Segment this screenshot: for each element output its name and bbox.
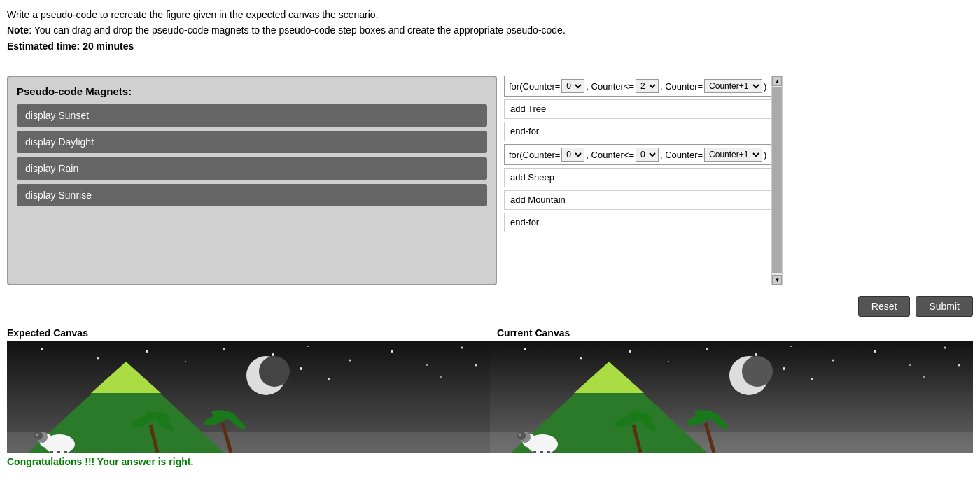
current-canvas-svg	[490, 341, 973, 453]
submit-button[interactable]: Submit	[916, 296, 973, 317]
svg-point-14	[440, 376, 442, 378]
buttons-row: Reset Submit	[7, 296, 973, 317]
magnet-rain[interactable]: display Rain	[17, 157, 487, 180]
for-lte-1: , Counter<=	[586, 81, 634, 92]
canvas-section: Expected Canvas Current Canvas	[7, 327, 973, 467]
svg-point-7	[307, 346, 309, 347]
svg-point-18	[259, 356, 290, 387]
svg-point-4	[185, 361, 186, 362]
code-end-for-2: end-for	[504, 213, 771, 232]
scrollbar-down[interactable]: ▼	[772, 275, 782, 285]
magnet-daylight[interactable]: display Daylight	[17, 131, 487, 153]
svg-point-54	[923, 376, 925, 378]
instruction-line2: Note: You can drag and drop the pseudo-c…	[7, 22, 973, 38]
svg-point-46	[755, 353, 757, 356]
for-loop-2: for(Counter= 0123 , Counter<= 0123 , Cou…	[504, 144, 771, 165]
svg-rect-70	[547, 451, 550, 453]
svg-rect-29	[57, 451, 60, 453]
svg-point-1	[41, 348, 43, 350]
magnets-title: Pseudo-code Magnets:	[17, 85, 487, 97]
magnet-sunrise[interactable]: display Sunrise	[17, 184, 487, 206]
current-canvas-label: Current Canvas	[497, 327, 973, 339]
loop2-end-select[interactable]: 0123	[636, 148, 659, 162]
note-bold: Note	[7, 24, 29, 36]
svg-point-5	[223, 348, 225, 350]
scrollbar-thumb[interactable]	[772, 87, 782, 273]
magnets-panel: Pseudo-code Magnets: display Sunset disp…	[7, 76, 497, 285]
svg-point-27	[36, 434, 38, 436]
loop2-start-select[interactable]: 0123	[561, 148, 584, 162]
main-panel: Pseudo-code Magnets: display Sunset disp…	[7, 76, 973, 285]
instruction-line1: Write a pseudo-code to recreate the figu…	[7, 7, 973, 22]
svg-point-13	[328, 378, 330, 380]
svg-point-67	[519, 434, 521, 436]
svg-point-45	[706, 348, 708, 350]
svg-rect-71	[553, 451, 556, 453]
svg-point-6	[272, 353, 274, 356]
svg-point-53	[811, 378, 813, 380]
congratulations-message: Congratulations !!! Your answer is right…	[7, 456, 973, 467]
svg-rect-68	[533, 451, 536, 453]
expected-canvas-label: Expected Canvas	[7, 327, 497, 339]
svg-rect-31	[70, 451, 73, 453]
svg-point-49	[874, 350, 876, 353]
scrollbar[interactable]: ▲ ▼	[771, 76, 783, 285]
for-lte-2: , Counter<=	[586, 150, 634, 160]
svg-point-47	[790, 346, 792, 347]
magnet-sunset[interactable]: display Sunset	[17, 104, 487, 127]
pseudocode-content: for(Counter= 0123 , Counter<= 0213 , Cou…	[504, 76, 771, 285]
instructions: Write a pseudo-code to recreate the figu…	[7, 7, 973, 54]
svg-point-11	[461, 347, 463, 349]
code-add-tree: add Tree	[504, 99, 771, 119]
scrollbar-up[interactable]: ▲	[772, 76, 782, 86]
svg-point-51	[944, 347, 946, 349]
svg-point-3	[146, 350, 148, 353]
svg-point-50	[909, 364, 911, 366]
svg-point-44	[668, 361, 669, 362]
svg-point-2	[97, 357, 99, 360]
pseudocode-area: for(Counter= 0123 , Counter<= 0213 , Cou…	[504, 76, 783, 285]
svg-rect-28	[50, 451, 53, 453]
reset-button[interactable]: Reset	[858, 296, 911, 317]
for-counter-1: , Counter=	[660, 81, 703, 92]
code-add-sheep: add Sheep	[504, 168, 771, 187]
expected-canvas-svg	[7, 341, 490, 453]
svg-point-58	[742, 356, 773, 387]
code-add-mountain: add Mountain	[504, 190, 771, 210]
expected-canvas	[7, 341, 490, 453]
svg-point-65	[517, 432, 526, 440]
svg-point-41	[524, 348, 526, 350]
svg-point-48	[832, 360, 834, 362]
svg-point-10	[426, 364, 428, 366]
estimated-time: Estimated time: 20 minutes	[7, 41, 134, 52]
canvas-labels: Expected Canvas Current Canvas	[7, 327, 973, 339]
current-canvas	[490, 341, 973, 453]
loop1-end-select[interactable]: 0213	[636, 79, 659, 93]
svg-point-25	[34, 432, 43, 440]
svg-rect-69	[540, 451, 543, 453]
for-loop-1: for(Counter= 0123 , Counter<= 0213 , Cou…	[504, 76, 771, 97]
svg-point-16	[475, 364, 477, 367]
svg-point-9	[391, 350, 393, 353]
svg-point-55	[783, 367, 785, 370]
instruction-line3: Estimated time: 20 minutes	[7, 38, 973, 54]
svg-point-43	[629, 350, 631, 353]
loop2-inc-select[interactable]: Counter+1Counter+2Counter-1	[704, 148, 762, 162]
loop1-start-select[interactable]: 0123	[561, 79, 584, 93]
svg-point-15	[300, 367, 302, 370]
note-text: : You can drag and drop the pseudo-code …	[29, 24, 566, 36]
for-counter-2: , Counter=	[660, 150, 703, 160]
canvases	[7, 341, 973, 453]
svg-point-8	[349, 360, 351, 362]
loop1-inc-select[interactable]: Counter+1Counter+2Counter-1	[704, 79, 762, 93]
for-close-1: )	[764, 81, 766, 92]
svg-point-42	[580, 357, 582, 360]
for-close-2: )	[764, 150, 766, 160]
code-end-for-1: end-for	[504, 122, 771, 141]
for-text-2: for(Counter=	[509, 150, 560, 160]
svg-point-56	[958, 364, 960, 367]
svg-rect-30	[64, 451, 67, 453]
for-text-1: for(Counter=	[509, 81, 560, 92]
